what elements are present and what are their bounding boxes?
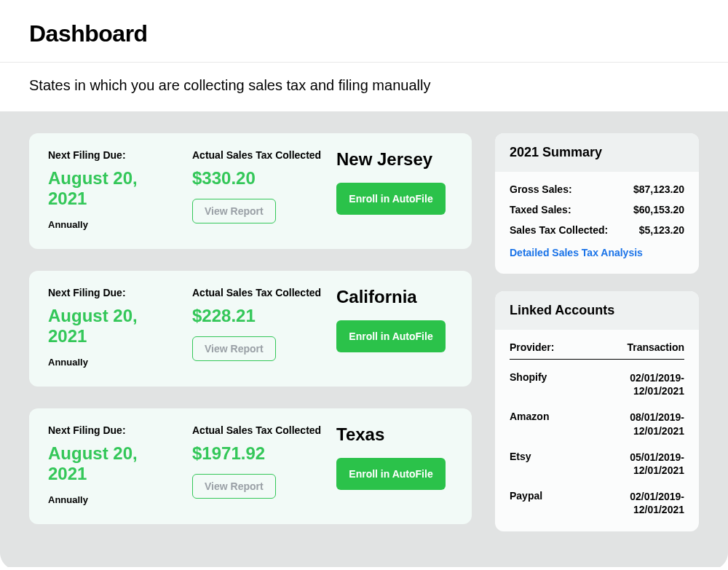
provider-name: Paypal xyxy=(510,490,542,502)
transaction-range: 02/01/2019-12/01/2021 xyxy=(630,490,684,516)
next-filing-label: Next Filing Due: xyxy=(48,424,179,436)
collected-amount: $228.21 xyxy=(192,306,323,326)
state-action-block: New Jersey Enroll in AutoFile xyxy=(336,149,453,215)
linked-row: Shopify 02/01/2019-12/01/2021 xyxy=(510,371,684,397)
subtitle: States in which you are collecting sales… xyxy=(29,77,699,94)
states-column: Next Filing Due: August 20, 2021 Annuall… xyxy=(29,133,472,538)
linked-accounts-title: Linked Accounts xyxy=(495,291,699,330)
linked-row: Paypal 02/01/2019-12/01/2021 xyxy=(510,490,684,516)
filing-period: Annually xyxy=(48,219,179,230)
collected-amount: $1971.92 xyxy=(192,443,323,464)
provider-name: Shopify xyxy=(510,371,547,383)
state-action-block: Texas Enroll in AutoFile xyxy=(336,424,453,490)
summary-value: $60,153.20 xyxy=(633,204,684,215)
state-card-texas: Next Filing Due: August 20, 2021 Annuall… xyxy=(29,408,472,524)
view-report-button[interactable]: View Report xyxy=(192,474,276,499)
linked-row: Amazon 08/01/2019-12/01/2021 xyxy=(510,411,684,437)
detailed-analysis-link[interactable]: Detailed Sales Tax Analysis xyxy=(510,247,643,258)
linked-row: Etsy 05/01/2019-12/01/2021 xyxy=(510,451,684,477)
collected-block: Actual Sales Tax Collected $330.20 View … xyxy=(192,149,323,223)
linked-accounts-card: Linked Accounts Provider: Transaction Sh… xyxy=(495,291,699,531)
collected-label: Actual Sales Tax Collected xyxy=(192,424,323,436)
summary-value: $87,123.20 xyxy=(633,183,684,195)
state-card-new-jersey: Next Filing Due: August 20, 2021 Annuall… xyxy=(29,133,472,249)
next-filing-block: Next Filing Due: August 20, 2021 Annuall… xyxy=(48,424,179,505)
filing-period: Annually xyxy=(48,494,179,505)
enroll-autofile-button[interactable]: Enroll in AutoFile xyxy=(336,183,446,215)
next-filing-date: August 20, 2021 xyxy=(48,443,179,484)
summary-row: Gross Sales: $87,123.20 xyxy=(510,183,684,195)
page-title: Dashboard xyxy=(29,20,699,47)
content-area: Next Filing Due: August 20, 2021 Annuall… xyxy=(0,111,728,567)
app-window: Dashboard States in which you are collec… xyxy=(0,0,728,570)
head-provider: Provider: xyxy=(510,341,554,353)
next-filing-block: Next Filing Due: August 20, 2021 Annuall… xyxy=(48,149,179,230)
summary-label: Gross Sales: xyxy=(510,183,572,195)
collected-amount: $330.20 xyxy=(192,168,323,189)
state-name: New Jersey xyxy=(336,149,453,170)
linked-accounts-body: Provider: Transaction Shopify 02/01/2019… xyxy=(495,330,699,531)
transaction-range: 05/01/2019-12/01/2021 xyxy=(630,451,684,477)
transaction-range: 08/01/2019-12/01/2021 xyxy=(630,411,684,437)
summary-row: Sales Tax Collected: $5,123.20 xyxy=(510,224,684,236)
header: Dashboard xyxy=(0,0,728,63)
filing-period: Annually xyxy=(48,357,179,368)
summary-value: $5,123.20 xyxy=(639,224,684,236)
collected-label: Actual Sales Tax Collected xyxy=(192,149,323,161)
state-action-block: California Enroll in AutoFile xyxy=(336,287,453,352)
enroll-autofile-button[interactable]: Enroll in AutoFile xyxy=(336,320,446,352)
summary-body: Gross Sales: $87,123.20 Taxed Sales: $60… xyxy=(495,172,699,274)
summary-title: 2021 Summary xyxy=(495,133,699,172)
sidebar-column: 2021 Summary Gross Sales: $87,123.20 Tax… xyxy=(495,133,699,538)
transaction-range: 02/01/2019-12/01/2021 xyxy=(630,371,684,397)
summary-card: 2021 Summary Gross Sales: $87,123.20 Tax… xyxy=(495,133,699,274)
summary-label: Sales Tax Collected: xyxy=(510,224,608,236)
state-name: California xyxy=(336,287,453,307)
linked-table-head: Provider: Transaction xyxy=(510,341,684,360)
state-name: Texas xyxy=(336,424,453,445)
state-card-california: Next Filing Due: August 20, 2021 Annuall… xyxy=(29,271,472,387)
view-report-button[interactable]: View Report xyxy=(192,199,276,223)
enroll-autofile-button[interactable]: Enroll in AutoFile xyxy=(336,458,446,490)
subtitle-bar: States in which you are collecting sales… xyxy=(0,63,728,111)
collected-block: Actual Sales Tax Collected $1971.92 View… xyxy=(192,424,323,499)
next-filing-label: Next Filing Due: xyxy=(48,149,179,161)
next-filing-date: August 20, 2021 xyxy=(48,168,179,209)
next-filing-label: Next Filing Due: xyxy=(48,287,179,298)
summary-row: Taxed Sales: $60,153.20 xyxy=(510,204,684,215)
collected-block: Actual Sales Tax Collected $228.21 View … xyxy=(192,287,323,361)
collected-label: Actual Sales Tax Collected xyxy=(192,287,323,298)
provider-name: Etsy xyxy=(510,451,531,462)
view-report-button[interactable]: View Report xyxy=(192,336,276,361)
provider-name: Amazon xyxy=(510,411,549,422)
next-filing-block: Next Filing Due: August 20, 2021 Annuall… xyxy=(48,287,179,368)
next-filing-date: August 20, 2021 xyxy=(48,306,179,347)
head-transaction: Transaction xyxy=(627,341,684,353)
summary-label: Taxed Sales: xyxy=(510,204,571,215)
